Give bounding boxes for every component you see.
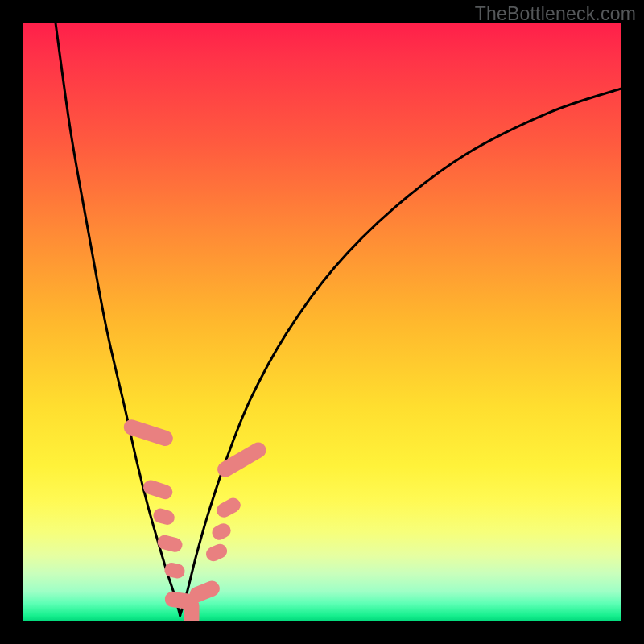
plot-area <box>23 23 621 621</box>
data-marker <box>122 418 175 448</box>
data-marker <box>209 521 233 542</box>
curve-left-branch <box>56 23 180 616</box>
watermark-text: TheBottleneck.com <box>475 3 636 25</box>
data-marker <box>163 561 186 580</box>
curve-layer <box>23 23 621 621</box>
data-marker <box>151 507 176 527</box>
chart-frame: TheBottleneck.com <box>0 0 644 644</box>
data-marker <box>204 542 229 564</box>
curve-right-branch <box>180 89 621 616</box>
data-marker <box>214 440 269 480</box>
data-marker <box>214 495 243 519</box>
